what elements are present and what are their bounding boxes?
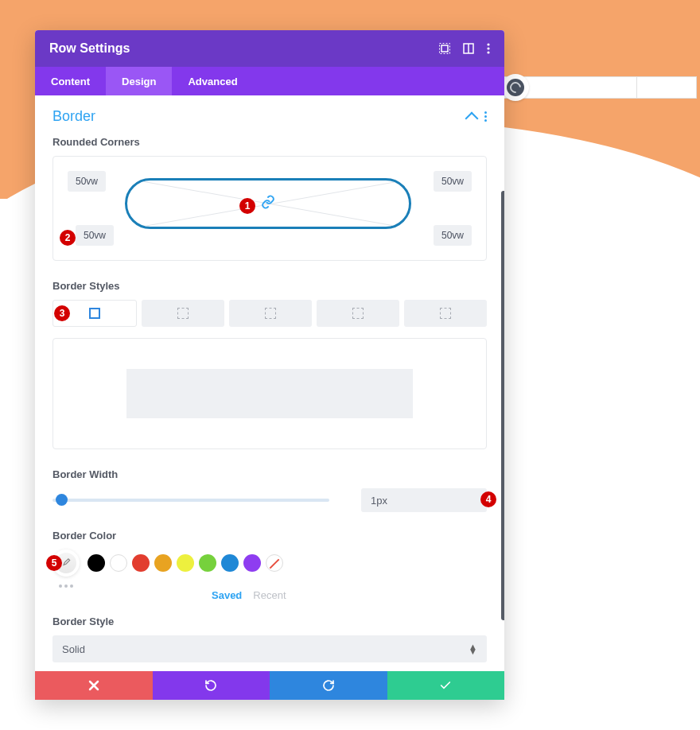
color-swatch[interactable] bbox=[199, 554, 216, 572]
annotation-badge-1: 1 bbox=[239, 198, 255, 214]
dialog-footer bbox=[35, 671, 504, 700]
rounded-corners-label: Rounded Corners bbox=[52, 136, 487, 148]
border-style-top[interactable] bbox=[142, 300, 224, 327]
tab-content[interactable]: Content bbox=[35, 67, 106, 95]
corner-bottom-right-input[interactable]: 50vw bbox=[434, 225, 472, 246]
border-section-header[interactable]: Border bbox=[52, 108, 487, 125]
kebab-icon[interactable] bbox=[487, 43, 490, 54]
color-sublabel-row: Saved Recent bbox=[212, 589, 487, 601]
border-style-select[interactable]: Solid ▲▼ bbox=[52, 635, 487, 662]
rounded-preview-pill bbox=[125, 178, 411, 229]
dialog-body: Border Rounded Corners 50vw 50vw 50vw 50… bbox=[35, 95, 504, 671]
close-icon bbox=[88, 680, 99, 691]
scrollbar[interactable] bbox=[501, 191, 504, 620]
border-styles-label: Border Styles bbox=[52, 280, 487, 292]
color-swatch-row: 5 bbox=[52, 549, 487, 577]
color-swatch[interactable] bbox=[266, 554, 283, 572]
saved-colors-tab[interactable]: Saved bbox=[212, 589, 242, 601]
cancel-button[interactable] bbox=[35, 671, 153, 700]
color-swatch[interactable] bbox=[110, 554, 127, 572]
undo-button[interactable] bbox=[153, 671, 270, 700]
select-chevrons-icon: ▲▼ bbox=[469, 644, 477, 654]
border-width-input[interactable]: 1px bbox=[361, 488, 487, 512]
corner-top-right-input[interactable]: 50vw bbox=[434, 171, 472, 192]
border-styles-tabs bbox=[52, 300, 487, 327]
check-icon bbox=[439, 679, 452, 692]
border-style-right[interactable] bbox=[229, 300, 312, 327]
border-width-label: Border Width bbox=[52, 468, 487, 480]
svg-rect-0 bbox=[441, 45, 448, 52]
annotation-badge-4: 4 bbox=[480, 491, 496, 507]
dialog-tabs: Content Design Advanced bbox=[35, 67, 504, 95]
border-style-left[interactable] bbox=[404, 300, 487, 327]
corner-top-left-input[interactable]: 50vw bbox=[68, 171, 106, 192]
save-button[interactable] bbox=[387, 671, 505, 700]
border-preview bbox=[52, 338, 487, 449]
redo-button[interactable] bbox=[270, 671, 387, 700]
border-style-label: Border Style bbox=[52, 615, 487, 627]
layout-icon[interactable] bbox=[463, 43, 474, 54]
more-colors-icon[interactable] bbox=[59, 584, 487, 588]
undo-icon bbox=[204, 679, 217, 692]
tab-design[interactable]: Design bbox=[106, 67, 172, 95]
color-swatch[interactable] bbox=[154, 554, 172, 572]
color-swatch[interactable] bbox=[177, 554, 194, 572]
annotation-badge-2: 2 bbox=[60, 230, 76, 246]
border-preview-inner bbox=[126, 369, 413, 418]
corner-bottom-left-input[interactable]: 50vw bbox=[76, 225, 114, 246]
color-swatch[interactable] bbox=[221, 554, 239, 572]
link-values-icon[interactable] bbox=[261, 195, 275, 212]
svg-point-6 bbox=[487, 51, 489, 53]
color-swatch[interactable] bbox=[132, 554, 150, 572]
border-width-slider[interactable] bbox=[52, 499, 329, 502]
border-section-title: Border bbox=[52, 108, 95, 125]
row-settings-dialog: Row Settings Content Design Advanced Bor… bbox=[35, 30, 504, 700]
annotation-badge-5: 5 bbox=[46, 555, 62, 571]
svg-point-4 bbox=[487, 43, 489, 45]
border-color-label: Border Color bbox=[52, 530, 487, 542]
chevron-up-icon[interactable] bbox=[465, 112, 479, 126]
expand-icon[interactable] bbox=[439, 43, 450, 54]
border-style-value: Solid bbox=[62, 643, 85, 655]
redo-icon bbox=[322, 679, 335, 692]
section-kebab-icon[interactable] bbox=[484, 111, 487, 122]
recent-colors-tab[interactable]: Recent bbox=[253, 589, 286, 601]
border-style-bottom[interactable] bbox=[317, 300, 399, 327]
tab-advanced[interactable]: Advanced bbox=[172, 67, 253, 95]
color-swatch[interactable] bbox=[243, 554, 261, 572]
floating-settings-button[interactable] bbox=[502, 74, 529, 101]
dialog-header: Row Settings bbox=[35, 30, 504, 67]
color-swatch[interactable] bbox=[88, 554, 105, 572]
dialog-title: Row Settings bbox=[49, 41, 130, 56]
annotation-badge-3: 3 bbox=[54, 305, 70, 321]
svg-point-5 bbox=[487, 47, 489, 49]
slider-thumb[interactable] bbox=[56, 494, 68, 506]
rounded-corners-control: 50vw 50vw 50vw 50vw 1 2 bbox=[52, 156, 487, 261]
globe-icon bbox=[507, 79, 524, 96]
